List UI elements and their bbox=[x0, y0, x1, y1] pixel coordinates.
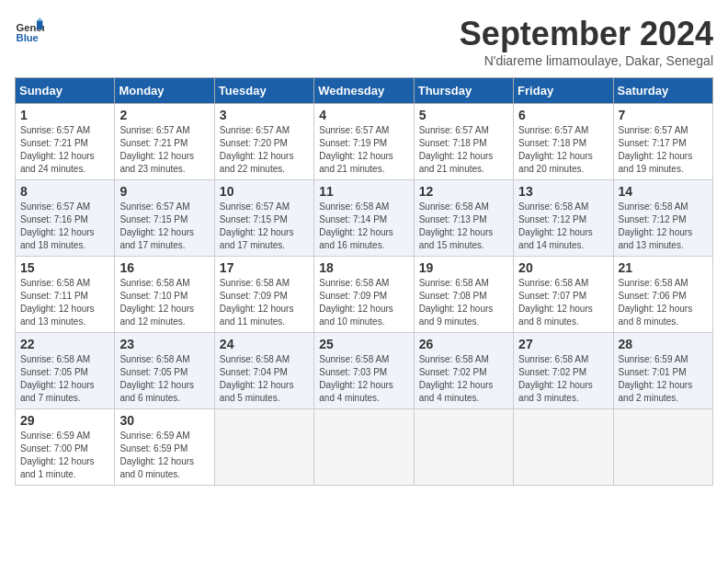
calendar-day-cell: 26 Sunrise: 6:58 AM Sunset: 7:02 PM Dayl… bbox=[414, 333, 513, 409]
month-title: September 2024 bbox=[460, 15, 713, 53]
day-info: Sunrise: 6:58 AM Sunset: 7:04 PM Dayligh… bbox=[220, 353, 309, 405]
day-info: Sunrise: 6:58 AM Sunset: 7:07 PM Dayligh… bbox=[518, 277, 608, 328]
calendar-day-cell bbox=[613, 409, 712, 486]
day-number: 10 bbox=[220, 184, 309, 199]
calendar-day-cell bbox=[214, 409, 313, 486]
day-number: 25 bbox=[319, 337, 408, 351]
calendar-day-cell: 8 Sunrise: 6:57 AM Sunset: 7:16 PM Dayli… bbox=[16, 180, 115, 257]
day-info: Sunrise: 6:58 AM Sunset: 7:03 PM Dayligh… bbox=[319, 353, 408, 405]
day-info: Sunrise: 6:59 AM Sunset: 6:59 PM Dayligh… bbox=[119, 430, 209, 481]
day-number: 3 bbox=[220, 108, 309, 122]
logo: General Blue bbox=[15, 15, 44, 44]
calendar-day-cell: 23 Sunrise: 6:58 AM Sunset: 7:05 PM Dayl… bbox=[115, 333, 214, 409]
day-info: Sunrise: 6:57 AM Sunset: 7:21 PM Dayligh… bbox=[119, 124, 209, 176]
day-number: 27 bbox=[518, 337, 608, 351]
calendar-day-cell bbox=[514, 409, 613, 486]
day-number: 14 bbox=[619, 184, 708, 199]
day-info: Sunrise: 6:58 AM Sunset: 7:09 PM Dayligh… bbox=[220, 277, 309, 328]
calendar-day-cell: 15 Sunrise: 6:58 AM Sunset: 7:11 PM Dayl… bbox=[16, 257, 115, 333]
day-info: Sunrise: 6:58 AM Sunset: 7:06 PM Dayligh… bbox=[619, 277, 708, 328]
svg-text:Blue: Blue bbox=[17, 32, 39, 43]
day-number: 30 bbox=[119, 413, 209, 428]
calendar-day-cell: 11 Sunrise: 6:58 AM Sunset: 7:14 PM Dayl… bbox=[314, 180, 414, 257]
calendar-day-cell: 5 Sunrise: 6:57 AM Sunset: 7:18 PM Dayli… bbox=[414, 104, 513, 180]
day-info: Sunrise: 6:58 AM Sunset: 7:09 PM Dayligh… bbox=[319, 277, 408, 328]
calendar-day-cell: 4 Sunrise: 6:57 AM Sunset: 7:19 PM Dayli… bbox=[314, 104, 414, 180]
calendar-day-cell: 21 Sunrise: 6:58 AM Sunset: 7:06 PM Dayl… bbox=[613, 257, 712, 333]
day-info: Sunrise: 6:59 AM Sunset: 7:00 PM Dayligh… bbox=[20, 430, 109, 481]
calendar-day-cell: 24 Sunrise: 6:58 AM Sunset: 7:04 PM Dayl… bbox=[214, 333, 313, 409]
calendar-day-cell: 2 Sunrise: 6:57 AM Sunset: 7:21 PM Dayli… bbox=[115, 104, 214, 180]
day-number: 21 bbox=[619, 260, 708, 275]
calendar-day-cell: 30 Sunrise: 6:59 AM Sunset: 6:59 PM Dayl… bbox=[115, 409, 214, 486]
calendar-day-cell: 22 Sunrise: 6:58 AM Sunset: 7:05 PM Dayl… bbox=[16, 333, 115, 409]
calendar-day-cell: 19 Sunrise: 6:58 AM Sunset: 7:08 PM Dayl… bbox=[414, 257, 513, 333]
day-number: 12 bbox=[419, 184, 508, 199]
col-header-thursday: Thursday bbox=[414, 78, 513, 104]
day-info: Sunrise: 6:59 AM Sunset: 7:01 PM Dayligh… bbox=[619, 353, 708, 405]
col-header-tuesday: Tuesday bbox=[214, 78, 313, 104]
calendar-day-cell: 27 Sunrise: 6:58 AM Sunset: 7:02 PM Dayl… bbox=[514, 333, 613, 409]
day-number: 8 bbox=[20, 184, 109, 199]
calendar-week-row: 15 Sunrise: 6:58 AM Sunset: 7:11 PM Dayl… bbox=[16, 257, 713, 333]
day-info: Sunrise: 6:58 AM Sunset: 7:13 PM Dayligh… bbox=[419, 201, 508, 252]
day-info: Sunrise: 6:57 AM Sunset: 7:18 PM Dayligh… bbox=[419, 124, 508, 176]
calendar-day-cell: 25 Sunrise: 6:58 AM Sunset: 7:03 PM Dayl… bbox=[314, 333, 414, 409]
day-number: 4 bbox=[319, 108, 408, 122]
day-info: Sunrise: 6:58 AM Sunset: 7:02 PM Dayligh… bbox=[518, 353, 608, 405]
day-info: Sunrise: 6:58 AM Sunset: 7:11 PM Dayligh… bbox=[20, 277, 109, 328]
col-header-monday: Monday bbox=[115, 78, 214, 104]
col-header-saturday: Saturday bbox=[613, 78, 712, 104]
logo-icon: General Blue bbox=[15, 15, 44, 44]
day-number: 11 bbox=[319, 184, 408, 199]
day-number: 24 bbox=[220, 337, 309, 351]
day-number: 1 bbox=[20, 108, 109, 122]
calendar-day-cell: 16 Sunrise: 6:58 AM Sunset: 7:10 PM Dayl… bbox=[115, 257, 214, 333]
title-area: September 2024 N'diareme limamoulaye, Da… bbox=[460, 15, 713, 68]
day-info: Sunrise: 6:58 AM Sunset: 7:08 PM Dayligh… bbox=[419, 277, 508, 328]
day-number: 29 bbox=[20, 413, 109, 428]
col-header-sunday: Sunday bbox=[16, 78, 115, 104]
day-info: Sunrise: 6:58 AM Sunset: 7:05 PM Dayligh… bbox=[20, 353, 109, 405]
day-info: Sunrise: 6:58 AM Sunset: 7:12 PM Dayligh… bbox=[518, 201, 608, 252]
col-header-wednesday: Wednesday bbox=[314, 78, 414, 104]
day-number: 2 bbox=[119, 108, 209, 122]
day-number: 17 bbox=[220, 260, 309, 275]
day-info: Sunrise: 6:57 AM Sunset: 7:17 PM Dayligh… bbox=[619, 124, 708, 176]
svg-marker-3 bbox=[37, 17, 42, 20]
day-number: 16 bbox=[119, 260, 209, 275]
day-info: Sunrise: 6:58 AM Sunset: 7:14 PM Dayligh… bbox=[319, 201, 408, 252]
day-info: Sunrise: 6:58 AM Sunset: 7:10 PM Dayligh… bbox=[119, 277, 209, 328]
calendar-table: SundayMondayTuesdayWednesdayThursdayFrid… bbox=[15, 77, 713, 486]
calendar-day-cell: 9 Sunrise: 6:57 AM Sunset: 7:15 PM Dayli… bbox=[115, 180, 214, 257]
day-number: 20 bbox=[518, 260, 608, 275]
calendar-day-cell bbox=[414, 409, 513, 486]
calendar-week-row: 29 Sunrise: 6:59 AM Sunset: 7:00 PM Dayl… bbox=[16, 409, 713, 486]
day-info: Sunrise: 6:57 AM Sunset: 7:21 PM Dayligh… bbox=[20, 124, 109, 176]
calendar-day-cell: 29 Sunrise: 6:59 AM Sunset: 7:00 PM Dayl… bbox=[16, 409, 115, 486]
calendar-week-row: 8 Sunrise: 6:57 AM Sunset: 7:16 PM Dayli… bbox=[16, 180, 713, 257]
col-header-friday: Friday bbox=[514, 78, 613, 104]
page-header: General Blue September 2024 N'diareme li… bbox=[15, 15, 713, 68]
calendar-week-row: 22 Sunrise: 6:58 AM Sunset: 7:05 PM Dayl… bbox=[16, 333, 713, 409]
day-number: 6 bbox=[518, 108, 608, 122]
day-info: Sunrise: 6:57 AM Sunset: 7:16 PM Dayligh… bbox=[20, 201, 109, 252]
calendar-day-cell bbox=[314, 409, 414, 486]
day-number: 22 bbox=[20, 337, 109, 351]
day-number: 28 bbox=[619, 337, 708, 351]
calendar-day-cell: 18 Sunrise: 6:58 AM Sunset: 7:09 PM Dayl… bbox=[314, 257, 414, 333]
day-number: 9 bbox=[119, 184, 209, 199]
calendar-day-cell: 6 Sunrise: 6:57 AM Sunset: 7:18 PM Dayli… bbox=[514, 104, 613, 180]
location-subtitle: N'diareme limamoulaye, Dakar, Senegal bbox=[460, 53, 713, 68]
day-number: 5 bbox=[419, 108, 508, 122]
day-number: 19 bbox=[419, 260, 508, 275]
calendar-day-cell: 3 Sunrise: 6:57 AM Sunset: 7:20 PM Dayli… bbox=[214, 104, 313, 180]
day-number: 13 bbox=[518, 184, 608, 199]
day-info: Sunrise: 6:58 AM Sunset: 7:02 PM Dayligh… bbox=[419, 353, 508, 405]
day-info: Sunrise: 6:57 AM Sunset: 7:18 PM Dayligh… bbox=[518, 124, 608, 176]
calendar-week-row: 1 Sunrise: 6:57 AM Sunset: 7:21 PM Dayli… bbox=[16, 104, 713, 180]
calendar-day-cell: 28 Sunrise: 6:59 AM Sunset: 7:01 PM Dayl… bbox=[613, 333, 712, 409]
calendar-day-cell: 7 Sunrise: 6:57 AM Sunset: 7:17 PM Dayli… bbox=[613, 104, 712, 180]
day-info: Sunrise: 6:57 AM Sunset: 7:15 PM Dayligh… bbox=[220, 201, 309, 252]
day-number: 18 bbox=[319, 260, 408, 275]
